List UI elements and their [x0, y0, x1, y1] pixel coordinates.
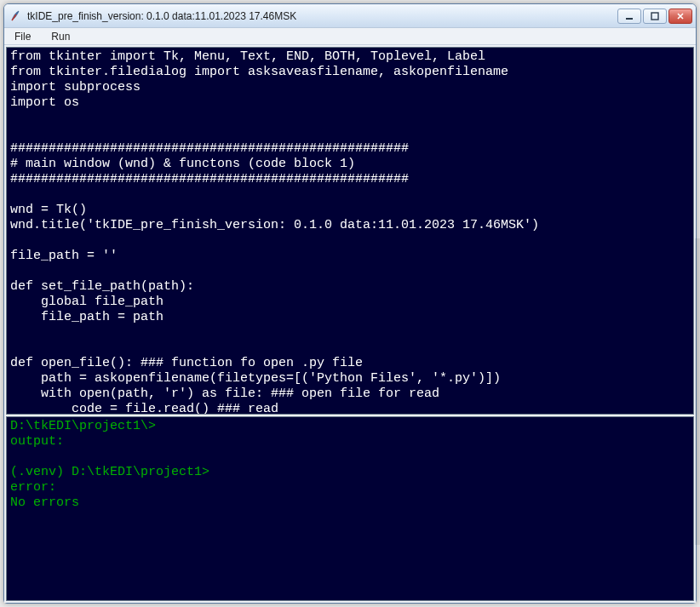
- editor-content: from tkinter import Tk, Menu, Text, END,…: [10, 49, 539, 415]
- application-window: tkIDE_pre_finish_version: 0.1.0 data:11.…: [3, 3, 697, 604]
- window-title: tkIDE_pre_finish_version: 0.1.0 data:11.…: [27, 10, 617, 22]
- menu-run[interactable]: Run: [46, 30, 75, 43]
- window-controls: [617, 9, 692, 24]
- console-content: D:\tkEDI\project1\> output: (.venv) D:\t…: [10, 419, 209, 510]
- maximize-button[interactable]: [643, 9, 667, 24]
- menubar: File Run: [4, 28, 696, 45]
- menu-file[interactable]: File: [9, 30, 36, 43]
- titlebar[interactable]: tkIDE_pre_finish_version: 0.1.0 data:11.…: [4, 4, 696, 28]
- output-console[interactable]: D:\tkEDI\project1\> output: (.venv) D:\t…: [6, 416, 694, 601]
- code-editor[interactable]: from tkinter import Tk, Menu, Text, END,…: [6, 47, 694, 415]
- minimize-button[interactable]: [617, 9, 641, 24]
- svg-rect-1: [651, 13, 658, 20]
- client-area: from tkinter import Tk, Menu, Text, END,…: [4, 45, 696, 603]
- tk-feather-icon: [9, 9, 23, 23]
- edge-shadow: [695, 238, 700, 545]
- svg-rect-0: [626, 18, 633, 20]
- close-button[interactable]: [668, 9, 692, 24]
